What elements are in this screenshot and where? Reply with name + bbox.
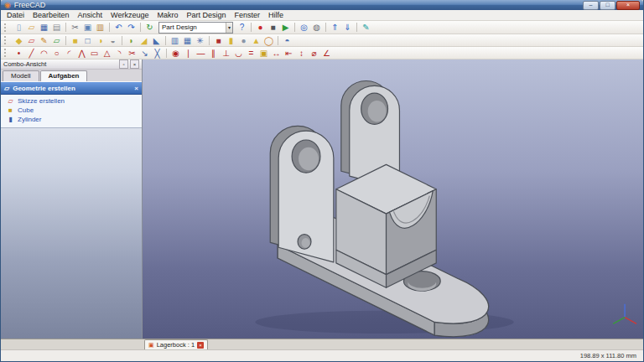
model-lagerbock[interactable] <box>270 80 488 336</box>
pocket-icon[interactable]: □ <box>81 35 94 46</box>
draft-icon[interactable]: ◣ <box>150 35 163 46</box>
constraint-lock-icon[interactable]: ▣ <box>257 48 270 59</box>
constraint-coincident-icon[interactable]: ◉ <box>169 48 182 59</box>
menu-item-ansicht[interactable]: Ansicht <box>74 10 107 20</box>
pad-icon[interactable]: ■ <box>69 35 81 46</box>
new-document-icon[interactable]: ▯ <box>13 22 25 33</box>
menu-item-label: Bearbeiten <box>33 11 70 19</box>
close-button[interactable]: × <box>616 1 640 10</box>
toolbar-separator <box>122 36 122 45</box>
macro-record-icon[interactable]: ● <box>254 22 267 33</box>
menu-item-werkzeuge[interactable]: Werkzeuge <box>106 10 153 20</box>
menu-item-datei[interactable]: Datei <box>3 10 29 20</box>
toolbar-grip[interactable] <box>4 23 9 32</box>
float-panel-button[interactable]: ▫ <box>119 59 128 69</box>
refresh-icon[interactable]: ↻ <box>143 22 156 33</box>
constraint-radius-icon[interactable]: ⌀ <box>308 48 320 59</box>
trim-icon[interactable]: ✂ <box>126 48 138 59</box>
undo-icon[interactable]: ↶ <box>112 22 125 33</box>
constraint-angle-icon[interactable]: ∠ <box>320 48 333 59</box>
panel-tab-modell[interactable]: Modell <box>3 70 39 81</box>
constraint-distance-x-icon[interactable]: ⇤ <box>283 48 295 59</box>
task-group-header[interactable]: ▱ Geometrie erstellen × <box>1 82 142 95</box>
cone-primitive-icon[interactable]: ▲ <box>250 35 262 46</box>
task-item-zylinder[interactable]: ▮ Zylinder <box>1 115 142 124</box>
macro-stop-icon[interactable]: ■ <box>267 22 279 33</box>
constraint-horizontal-icon[interactable]: ― <box>195 48 207 59</box>
workbench-selector[interactable]: Part Design ▾ <box>158 22 233 34</box>
fit-all-icon[interactable]: ◎ <box>298 22 310 33</box>
cylinder-primitive-icon[interactable]: ▮ <box>225 35 237 46</box>
redo-icon[interactable]: ↷ <box>125 22 138 33</box>
constraint-distance-y-icon[interactable]: ↕ <box>295 48 308 59</box>
menu-item-hilfe[interactable]: Hilfe <box>264 10 288 20</box>
boolean-icon[interactable]: ◓ <box>281 35 293 46</box>
fillet-icon[interactable]: ◗ <box>125 35 138 46</box>
menu-item-fenster[interactable]: Fenster <box>230 10 264 20</box>
open-document-icon[interactable]: ▱ <box>25 22 38 33</box>
menu-item-part-design[interactable]: Part Design <box>182 10 230 20</box>
menu-item-bearbeiten[interactable]: Bearbeiten <box>29 10 74 20</box>
chevron-down-icon[interactable]: ▾ <box>226 23 232 33</box>
save-icon[interactable]: ▦ <box>38 22 50 33</box>
constraint-perpendicular-icon[interactable]: ⊥ <box>220 48 232 59</box>
constraint-vertical-icon[interactable]: ∣ <box>182 48 195 59</box>
macro-execute-icon[interactable]: ▶ <box>279 22 292 33</box>
toolbar-grip[interactable] <box>4 49 9 57</box>
polyline-icon[interactable]: ⋀ <box>75 48 88 59</box>
constraint-tangent-icon[interactable]: ◡ <box>232 48 245 59</box>
import-icon[interactable]: ⇓ <box>341 22 354 33</box>
minimize-button[interactable]: – <box>583 1 599 10</box>
close-panel-button[interactable]: × <box>130 59 139 69</box>
sphere-primitive-icon[interactable]: ● <box>237 35 250 46</box>
external-geometry-icon[interactable]: ↘ <box>138 48 151 59</box>
mirrored-icon[interactable]: ▥ <box>169 35 181 46</box>
revolution-icon[interactable]: ◑ <box>94 35 106 46</box>
chamfer-icon[interactable]: ◢ <box>138 35 150 46</box>
menu-item-makro[interactable]: Makro <box>153 10 182 20</box>
create-body-icon[interactable]: ◆ <box>13 35 25 46</box>
groove-icon[interactable]: ◒ <box>106 35 119 46</box>
point-icon[interactable]: • <box>13 48 25 59</box>
constraint-equal-icon[interactable]: = <box>245 48 257 59</box>
cut-icon[interactable]: ✂ <box>69 22 81 33</box>
create-sketch-icon[interactable]: ▱ <box>25 35 38 46</box>
model-center-block[interactable] <box>336 164 436 287</box>
arc-icon[interactable]: ◠ <box>38 48 50 59</box>
polygon-icon[interactable]: △ <box>101 48 113 59</box>
conic-icon[interactable]: ◜ <box>63 48 75 59</box>
maximize-button[interactable]: □ <box>600 1 615 10</box>
constraint-parallel-icon[interactable]: ∥ <box>207 48 220 59</box>
map-sketch-icon[interactable]: ▱ <box>50 35 63 46</box>
viewport-canvas[interactable] <box>143 59 643 339</box>
edit-mode-icon[interactable]: ✎ <box>360 22 372 33</box>
constraint-distance-icon[interactable]: ↔ <box>270 48 283 59</box>
document-tab-lagerbock-1[interactable]: ▣ Lagerbock : 1 × <box>144 339 208 349</box>
line-icon[interactable]: ╱ <box>25 48 38 59</box>
model-front-lug[interactable] <box>270 126 334 262</box>
fillet-sketch-icon[interactable]: ◝ <box>113 48 126 59</box>
titlebar[interactable]: ◉ FreeCAD – □ × <box>1 0 643 10</box>
paste-icon[interactable]: ▥ <box>94 22 106 33</box>
copy-icon[interactable]: ▣ <box>81 22 94 33</box>
linear-pattern-icon[interactable]: ▦ <box>181 35 194 46</box>
polar-pattern-icon[interactable]: ✳ <box>194 35 206 46</box>
viewport-3d[interactable] <box>143 59 643 339</box>
print-icon[interactable]: ▤ <box>50 22 63 33</box>
toolbar-grip[interactable] <box>4 36 9 44</box>
task-item-cube[interactable]: ■ Cube <box>1 106 142 115</box>
whats-this-icon[interactable]: ? <box>236 22 248 33</box>
box-primitive-icon[interactable]: ■ <box>212 35 225 46</box>
panel-header[interactable]: Combo-Ansicht ▫ × <box>1 59 142 70</box>
close-document-icon[interactable]: × <box>197 342 204 349</box>
draw-style-icon[interactable]: ◍ <box>310 22 323 33</box>
circle-icon[interactable]: ○ <box>50 48 63 59</box>
panel-tab-aufgaben[interactable]: Aufgaben <box>40 70 88 81</box>
task-group-close-icon[interactable]: × <box>134 85 138 92</box>
rectangle-icon[interactable]: ▭ <box>88 48 101 59</box>
export-icon[interactable]: ⇑ <box>329 22 341 33</box>
task-item-skizze-erstellen[interactable]: ▱ Skizze erstellen <box>1 96 142 106</box>
construction-mode-icon[interactable]: ╳ <box>151 48 164 59</box>
torus-primitive-icon[interactable]: ◯ <box>262 35 275 46</box>
edit-sketch-icon[interactable]: ✎ <box>38 35 50 46</box>
